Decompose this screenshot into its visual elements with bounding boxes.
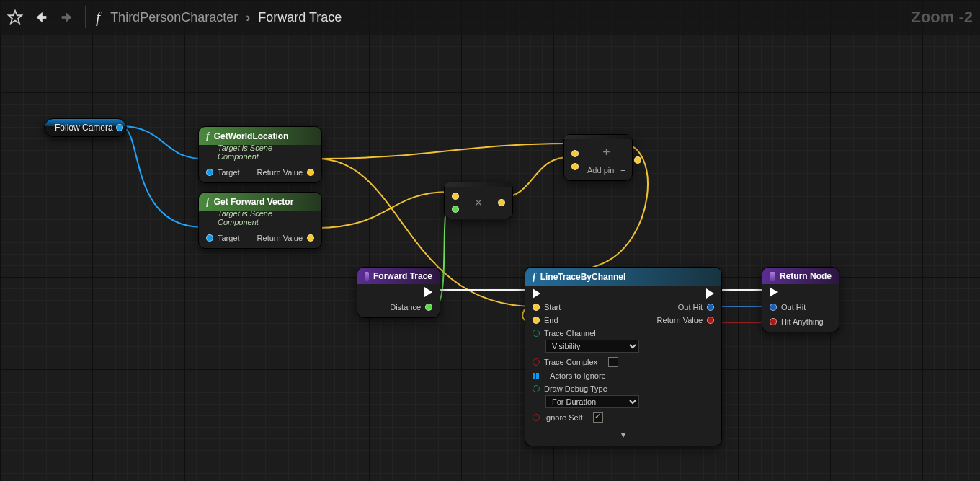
breadcrumb: ThirdPersonCharacter › Forward Trace [110,10,342,25]
node-title: Get Forward Vector [214,197,294,207]
pin-output-object[interactable] [116,124,123,131]
node-title: Forward Trace [373,271,432,281]
expand-node-icon[interactable]: ▾ [533,427,714,440]
back-button[interactable] [33,9,49,25]
pin-out-hit[interactable]: Out Hit [770,303,824,312]
pin-out[interactable] [634,156,641,164]
breadcrumb-current: Forward Trace [258,10,342,25]
ignore-self-checkbox[interactable] [593,412,603,423]
pin-hit-anything[interactable]: Hit Anything [770,317,824,326]
function-icon: f [533,271,536,283]
plus-icon: + [598,145,615,160]
pin-return-value[interactable]: Return Value [257,234,314,242]
function-icon: f [206,131,210,142]
node-title: GetWorldLocation [214,131,289,141]
pin-exec-out[interactable] [424,287,432,297]
trace-complex-checkbox[interactable] [608,357,618,367]
pin-actors-to-ignore[interactable]: Actors to Ignore [533,371,606,380]
add-pin-button[interactable]: Add pin + [587,166,625,175]
pin-distance[interactable]: Distance [390,303,432,312]
multiply-icon: × [471,195,487,211]
pin-target[interactable]: Target [206,168,240,177]
array-icon [533,373,539,379]
node-add[interactable]: + Add pin + [564,134,633,181]
function-icon: f [206,196,210,208]
pin-start[interactable]: Start [533,303,561,312]
node-header[interactable]: f Get Forward Vector [199,193,321,211]
graph-canvas[interactable]: Follow Camera f GetWorldLocation Target … [0,0,980,481]
svg-rect-2 [62,16,66,19]
pin-return-value[interactable]: Return Value [257,168,314,177]
pin-trace-complex[interactable]: Trace Complex [533,357,618,367]
trace-channel-select[interactable]: Visibility [545,340,639,353]
pin-b[interactable] [452,206,459,213]
pin-draw-debug-type[interactable]: Draw Debug Type [533,384,639,393]
node-line-trace-by-channel[interactable]: f LineTraceByChannel Start Out Hit End R… [525,267,722,446]
function-icon: f [96,8,100,27]
favorite-star-icon[interactable] [7,9,23,25]
chevron-right-icon: › [246,10,250,25]
pin-end[interactable]: End [533,316,558,325]
breadcrumb-parent[interactable]: ThirdPersonCharacter [110,10,238,25]
zoom-indicator: Zoom -2 [911,8,973,27]
node-subtitle: Target is Scene Component [199,144,321,165]
node-title: LineTraceByChannel [540,272,626,282]
node-multiply[interactable]: × [444,182,513,219]
pin-exec-out[interactable] [706,288,714,299]
pin-a[interactable] [571,150,579,157]
pin-ignore-self[interactable]: Ignore Self [533,412,603,423]
forward-button[interactable] [59,9,75,25]
node-get-forward-vector[interactable]: f Get Forward Vector Target is Scene Com… [198,192,322,249]
node-return[interactable]: Return Node Out Hit Hit Anything [762,267,839,332]
node-forward-trace[interactable]: Forward Trace Distance [357,267,440,318]
node-subtitle: Target is Scene Component [199,209,321,231]
node-follow-camera[interactable]: Follow Camera [44,118,127,137]
toolbar: f ThirdPersonCharacter › Forward Trace Z… [0,0,980,35]
function-entry-icon [365,272,369,281]
pin-trace-channel[interactable]: Trace Channel [533,329,639,337]
pin-exec-in[interactable] [533,288,540,299]
node-title: Return Node [780,271,832,281]
node-header[interactable]: f LineTraceByChannel [525,268,721,286]
pin-return-value[interactable]: Return Value [657,316,714,325]
node-get-world-location[interactable]: f GetWorldLocation Target is Scene Compo… [198,126,322,183]
function-result-icon [770,272,775,281]
toolbar-divider [85,6,86,28]
pin-b[interactable] [571,163,579,170]
node-label: Follow Camera [55,123,113,133]
pin-exec-in[interactable] [770,287,824,297]
pin-out-hit[interactable]: Out Hit [678,303,714,312]
node-header[interactable]: f GetWorldLocation [199,127,321,145]
pin-a[interactable] [452,193,459,200]
wire-layer [0,0,980,481]
node-header[interactable]: Return Node [762,268,839,284]
draw-debug-select[interactable]: For Duration [545,395,639,408]
svg-marker-0 [9,11,22,23]
svg-rect-1 [42,16,46,19]
node-header[interactable]: Forward Trace [357,268,440,284]
pin-out[interactable] [498,199,505,206]
pin-target[interactable]: Target [206,234,240,242]
